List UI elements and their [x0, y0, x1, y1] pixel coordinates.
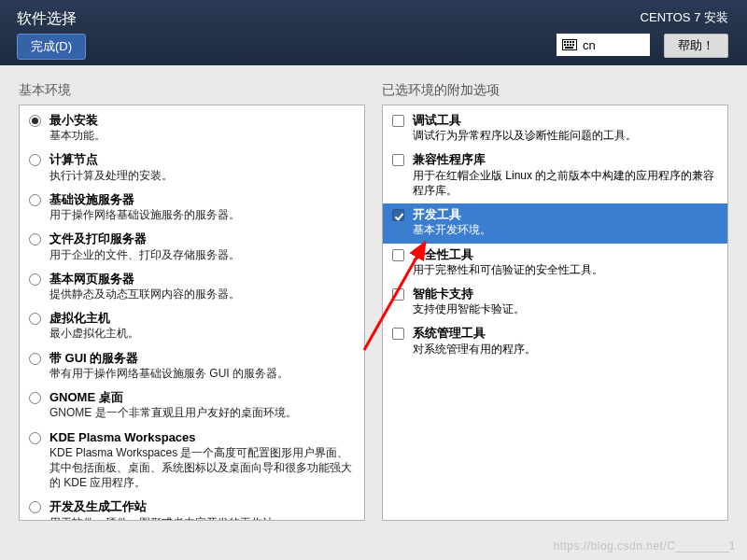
- radio-icon: [29, 353, 44, 381]
- env-item-desc: 用于企业的文件、打印及存储服务器。: [49, 247, 355, 262]
- env-item[interactable]: 计算节点执行计算及处理的安装。: [20, 148, 364, 188]
- env-item-desc: 提供静态及动态互联网内容的服务器。: [49, 287, 355, 301]
- addons-title: 已选环境的附加选项: [382, 82, 728, 99]
- svg-rect-9: [572, 44, 574, 46]
- installer-title: CENTOS 7 安装: [641, 9, 728, 26]
- addon-item-name: 安全性工具: [413, 247, 718, 262]
- watermark-text: https://blog.csdn.net/C________1: [554, 539, 736, 553]
- svg-rect-10: [565, 47, 573, 49]
- base-environment-list[interactable]: 最小安装基本功能。计算节点执行计算及处理的安装。基础设施服务器用于操作网络基础设…: [19, 105, 365, 521]
- radio-icon: [29, 273, 44, 301]
- env-item[interactable]: 开发及生成工作站用于软件、硬件、图形或者内容开发的工作站。: [20, 496, 364, 521]
- env-item-name: 计算节点: [49, 152, 355, 167]
- env-item-name: 文件及打印服务器: [49, 231, 355, 246]
- base-environment-column: 基本环境 最小安装基本功能。计算节点执行计算及处理的安装。基础设施服务器用于操作…: [19, 82, 365, 521]
- svg-rect-2: [564, 41, 566, 43]
- env-item-name: 开发及生成工作站: [49, 499, 355, 514]
- env-item-text: 基本网页服务器提供静态及动态互联网内容的服务器。: [44, 272, 355, 301]
- env-item[interactable]: 带 GUI 的服务器带有用于操作网络基础设施服务 GUI 的服务器。: [20, 347, 364, 386]
- addon-item-desc: 用于在红帽企业版 Linux 的之前版本中构建的应用程序的兼容程序库。: [413, 168, 718, 198]
- top-bar: 软件选择 完成(D) CENTOS 7 安装 cn 帮助！: [0, 0, 747, 65]
- radio-icon: [29, 115, 44, 143]
- addon-item-text: 安全性工具用于完整性和可信验证的安全性工具。: [407, 247, 718, 277]
- env-item[interactable]: KDE Plasma WorkspacesKDE Plasma Workspac…: [20, 427, 364, 497]
- addon-item-desc: 支持使用智能卡验证。: [413, 301, 718, 316]
- env-item-text: 最小安装基本功能。: [44, 113, 355, 143]
- env-item[interactable]: 基础设施服务器用于操作网络基础设施服务的服务器。: [20, 189, 364, 228]
- checkbox-icon: [392, 288, 407, 316]
- env-item-name: 基本网页服务器: [49, 272, 355, 287]
- addon-item-text: 系统管理工具对系统管理有用的程序。: [407, 326, 718, 356]
- addon-item-desc: 用于完整性和可信验证的安全性工具。: [413, 262, 718, 277]
- addon-item-text: 开发工具基本开发环境。: [407, 207, 718, 237]
- keyboard-layout-text: cn: [583, 38, 596, 52]
- env-item-desc: 最小虚拟化主机。: [49, 326, 355, 341]
- env-item-name: GNOME 桌面: [49, 390, 355, 405]
- env-item-text: GNOME 桌面GNOME 是一个非常直观且用户友好的桌面环境。: [44, 390, 355, 420]
- env-item-name: KDE Plasma Workspaces: [49, 430, 355, 445]
- addon-item[interactable]: 兼容性程序库用于在红帽企业版 Linux 的之前版本中构建的应用程序的兼容程序库…: [383, 148, 727, 203]
- keyboard-layout-indicator[interactable]: cn: [557, 34, 650, 56]
- env-item-text: 基础设施服务器用于操作网络基础设施服务的服务器。: [44, 192, 355, 222]
- env-item-text: 开发及生成工作站用于软件、硬件、图形或者内容开发的工作站。: [44, 499, 355, 521]
- svg-rect-6: [564, 44, 566, 46]
- env-item-text: 带 GUI 的服务器带有用于操作网络基础设施服务 GUI 的服务器。: [44, 351, 355, 381]
- checkbox-icon: [392, 249, 407, 277]
- svg-rect-7: [567, 44, 569, 46]
- checkbox-icon: [392, 115, 407, 143]
- addon-item-text: 调试工具调试行为异常程序以及诊断性能问题的工具。: [407, 113, 718, 143]
- env-item-text: 计算节点执行计算及处理的安装。: [44, 152, 355, 182]
- env-item[interactable]: GNOME 桌面GNOME 是一个非常直观且用户友好的桌面环境。: [20, 386, 364, 426]
- checkbox-icon: [392, 209, 407, 237]
- addon-item[interactable]: 调试工具调试行为异常程序以及诊断性能问题的工具。: [383, 109, 727, 148]
- addons-column: 已选环境的附加选项 调试工具调试行为异常程序以及诊断性能问题的工具。兼容性程序库…: [382, 82, 728, 521]
- addons-list[interactable]: 调试工具调试行为异常程序以及诊断性能问题的工具。兼容性程序库用于在红帽企业版 L…: [382, 105, 728, 521]
- env-item-desc: 基本功能。: [49, 128, 355, 143]
- addon-item[interactable]: 安全性工具用于完整性和可信验证的安全性工具。: [383, 244, 727, 283]
- addon-item[interactable]: 系统管理工具对系统管理有用的程序。: [383, 322, 727, 361]
- addon-item-name: 系统管理工具: [413, 326, 718, 341]
- help-button[interactable]: 帮助！: [664, 34, 728, 58]
- addon-item-desc: 对系统管理有用的程序。: [413, 342, 718, 357]
- svg-rect-4: [570, 41, 571, 43]
- page-title: 软件选择: [17, 9, 77, 29]
- addon-item-desc: 调试行为异常程序以及诊断性能问题的工具。: [413, 128, 718, 143]
- env-item[interactable]: 虚拟化主机最小虚拟化主机。: [20, 307, 364, 346]
- addon-item[interactable]: 智能卡支持支持使用智能卡验证。: [383, 283, 727, 322]
- addon-item-name: 兼容性程序库: [413, 152, 718, 167]
- radio-icon: [29, 392, 44, 420]
- radio-icon: [29, 233, 44, 261]
- checkbox-icon: [392, 328, 407, 356]
- env-item-name: 带 GUI 的服务器: [49, 351, 355, 366]
- svg-rect-5: [572, 41, 574, 43]
- footer: https://blog.csdn.net/C________1: [0, 532, 747, 560]
- env-item[interactable]: 基本网页服务器提供静态及动态互联网内容的服务器。: [20, 268, 364, 307]
- radio-icon: [29, 194, 44, 222]
- env-item-desc: KDE Plasma Workspaces 是一个高度可配置图形用户界面、其中包…: [49, 445, 355, 491]
- env-item-desc: 执行计算及处理的安装。: [49, 168, 355, 183]
- addon-item-text: 兼容性程序库用于在红帽企业版 Linux 的之前版本中构建的应用程序的兼容程序库…: [407, 152, 718, 198]
- radio-icon: [29, 154, 44, 182]
- env-item-text: 文件及打印服务器用于企业的文件、打印及存储服务器。: [44, 231, 355, 261]
- env-item-name: 基础设施服务器: [49, 192, 355, 207]
- svg-rect-3: [567, 41, 569, 43]
- env-item-desc: 带有用于操作网络基础设施服务 GUI 的服务器。: [49, 366, 355, 381]
- env-item[interactable]: 最小安装基本功能。: [20, 109, 364, 148]
- addon-item-name: 调试工具: [413, 113, 718, 128]
- base-environment-title: 基本环境: [19, 82, 365, 99]
- checkbox-icon: [392, 154, 407, 198]
- env-item-desc: 用于操作网络基础设施服务的服务器。: [49, 207, 355, 222]
- env-item-text: 虚拟化主机最小虚拟化主机。: [44, 311, 355, 341]
- svg-rect-8: [570, 44, 571, 46]
- radio-icon: [29, 501, 44, 521]
- env-item-name: 最小安装: [49, 113, 355, 128]
- done-button[interactable]: 完成(D): [17, 34, 86, 60]
- env-item-desc: GNOME 是一个非常直观且用户友好的桌面环境。: [49, 405, 355, 420]
- env-item[interactable]: 文件及打印服务器用于企业的文件、打印及存储服务器。: [20, 228, 364, 267]
- addon-item-text: 智能卡支持支持使用智能卡验证。: [407, 287, 718, 316]
- env-item-desc: 用于软件、硬件、图形或者内容开发的工作站。: [49, 515, 355, 521]
- addon-item[interactable]: 开发工具基本开发环境。: [383, 203, 727, 243]
- env-item-text: KDE Plasma WorkspacesKDE Plasma Workspac…: [44, 430, 355, 491]
- radio-icon: [29, 432, 44, 491]
- addon-item-name: 智能卡支持: [413, 287, 718, 301]
